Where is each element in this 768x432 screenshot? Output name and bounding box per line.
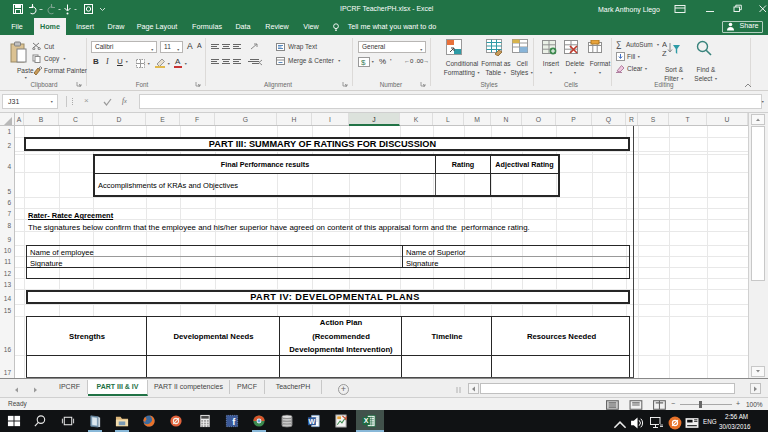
svg-text:X: X (364, 417, 369, 424)
svg-text:Z: Z (662, 49, 667, 57)
svg-text:W: W (309, 418, 316, 425)
svg-text:A: A (662, 40, 667, 49)
svg-text:$: $ (361, 58, 366, 67)
